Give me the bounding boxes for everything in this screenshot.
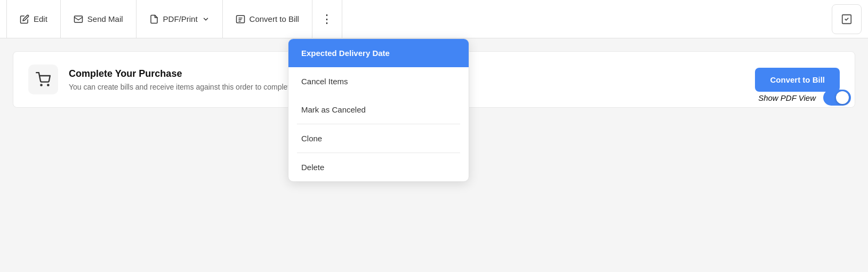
dropdown-item-cancel-items[interactable]: Cancel Items — [288, 67, 469, 95]
clone-label: Clone — [301, 134, 322, 143]
chevron-down-icon — [202, 15, 210, 23]
convert-icon — [236, 14, 245, 24]
dropdown-item-mark-canceled[interactable]: Mark as Canceled — [288, 95, 469, 124]
dropdown-item-clone[interactable]: Clone — [288, 124, 469, 153]
more-options-button[interactable]: ⋮ — [312, 0, 342, 38]
pdf-print-label: PDF/Print — [163, 14, 198, 23]
send-mail-button[interactable]: Send Mail — [61, 0, 136, 38]
convert-to-bill-button[interactable]: Convert to Bill — [223, 0, 312, 38]
mail-icon — [74, 14, 83, 24]
delete-label: Delete — [301, 163, 324, 172]
cancel-items-label: Cancel Items — [301, 77, 348, 86]
svg-point-7 — [47, 84, 49, 85]
banner-icon-wrap — [28, 65, 58, 94]
dropdown-menu: Expected Delivery Date Cancel Items Mark… — [288, 38, 469, 182]
show-pdf-label: Show PDF View — [758, 93, 816, 102]
mark-canceled-label: Mark as Canceled — [301, 105, 366, 114]
dots-icon: ⋮ — [321, 12, 333, 26]
checklist-icon — [841, 13, 853, 25]
toolbar: Edit Send Mail PDF/Print Convert to Bill… — [0, 0, 868, 38]
checklist-button[interactable] — [832, 4, 862, 34]
expected-delivery-label: Expected Delivery Date — [301, 49, 390, 58]
send-mail-label: Send Mail — [87, 14, 123, 23]
edit-icon — [20, 14, 29, 24]
dropdown-item-delete[interactable]: Delete — [288, 153, 469, 181]
pdf-icon — [149, 14, 159, 24]
edit-button[interactable]: Edit — [6, 0, 61, 38]
svg-point-6 — [41, 84, 42, 85]
dropdown-item-expected-delivery[interactable]: Expected Delivery Date — [288, 39, 469, 67]
convert-to-bill-label: Convert to Bill — [250, 14, 299, 23]
cart-icon — [36, 72, 51, 87]
toggle-knob — [836, 91, 849, 104]
show-pdf-toggle[interactable] — [823, 90, 851, 106]
pdf-print-button[interactable]: PDF/Print — [136, 0, 223, 38]
banner-convert-bill-button[interactable]: Convert to Bill — [755, 68, 840, 92]
edit-label: Edit — [34, 14, 47, 23]
bottom-right-controls: Show PDF View — [758, 90, 851, 106]
svg-rect-0 — [74, 16, 82, 22]
